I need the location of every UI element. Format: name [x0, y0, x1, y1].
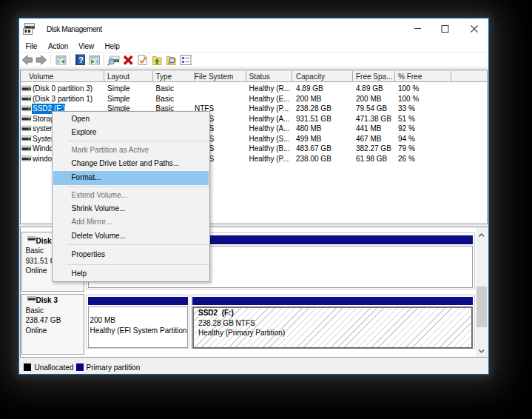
- svg-text:?: ?: [78, 56, 84, 64]
